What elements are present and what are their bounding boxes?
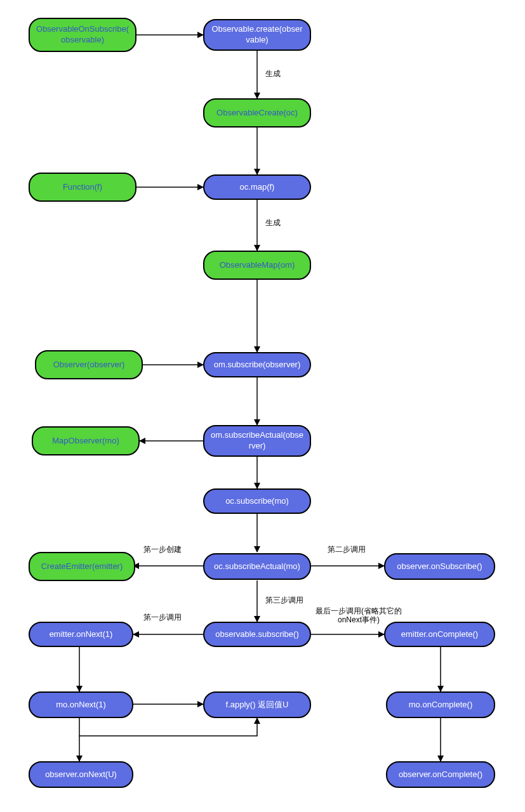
node-label: observer.onNext(U) [45, 769, 117, 780]
node-label: CreateEmitter(emitter) [41, 561, 123, 572]
node-om-subscribe: om.subscribe(observer) [203, 352, 311, 377]
node-label: observer.onComplete() [399, 769, 482, 780]
node-label: ObservableCreate(oc) [216, 108, 298, 119]
node-observable-on-subscribe: ObservableOnSubscribe(observable) [29, 18, 136, 52]
node-label: Function(f) [63, 182, 102, 193]
node-label: oc.map(f) [240, 182, 275, 193]
edge-label-generate-2: 生成 [265, 218, 281, 228]
node-observer-on-subscribe: observer.onSubscribe() [384, 553, 495, 580]
node-emitter-on-next: emitter.onNext(1) [29, 622, 133, 647]
node-emitter-on-complete: emitter.onComplete() [384, 622, 495, 647]
node-label: ObservableOnSubscribe(observable) [36, 24, 129, 46]
edge-label-step1-create: 第一步创建 [143, 544, 182, 555]
node-label: MapObserver(mo) [52, 436, 119, 447]
node-label: Observable.create(observable) [211, 24, 303, 46]
node-function: Function(f) [29, 173, 136, 202]
node-label: observer.onSubscribe() [397, 561, 482, 572]
node-observable-create-fn: Observable.create(observable) [203, 19, 311, 51]
node-mo-on-next: mo.onNext(1) [29, 691, 133, 718]
edge-label-step1-call: 第一步调用 [143, 612, 182, 623]
node-observable-map: ObservableMap(om) [203, 251, 311, 280]
node-oc-subscribe: oc.subscribe(mo) [203, 488, 311, 514]
node-label: emitter.onComplete() [401, 629, 478, 640]
node-f-apply: f.apply() 返回值U [203, 691, 311, 718]
node-map-observer: MapObserver(mo) [32, 426, 140, 455]
node-label: emitter.onNext(1) [50, 629, 113, 640]
node-observable-create: ObservableCreate(oc) [203, 98, 311, 128]
node-create-emitter: CreateEmitter(emitter) [29, 552, 135, 581]
node-label: om.subscribeActual(observer) [211, 430, 303, 452]
node-label: oc.subscribeActual(mo) [214, 561, 300, 572]
node-label: Observer(observer) [53, 360, 125, 370]
edge-label-generate-1: 生成 [265, 69, 281, 79]
node-label: mo.onComplete() [409, 700, 472, 710]
node-label: ObservableMap(om) [220, 260, 295, 271]
node-oc-map: oc.map(f) [203, 174, 311, 200]
node-observable-subscribe: observable.subscribe() [203, 622, 311, 647]
node-observer-on-complete: observer.onComplete() [386, 761, 495, 788]
node-label: f.apply() 返回值U [226, 700, 289, 710]
edge-label-last-call: 最后一步调用(省略其它的onNext事件) [311, 606, 406, 625]
node-oc-subscribe-actual: oc.subscribeActual(mo) [203, 553, 311, 580]
node-label: mo.onNext(1) [56, 700, 106, 710]
node-observer: Observer(observer) [35, 350, 143, 379]
node-observer-on-next: observer.onNext(U) [29, 761, 133, 788]
node-label: om.subscribe(observer) [214, 360, 301, 370]
node-label: oc.subscribe(mo) [225, 496, 289, 507]
edge-label-step2-call: 第二步调用 [328, 544, 366, 555]
edge-label-step3-call: 第三步调用 [265, 595, 303, 606]
node-om-subscribe-actual: om.subscribeActual(observer) [203, 425, 311, 457]
node-label: observable.subscribe() [215, 629, 299, 640]
node-mo-on-complete: mo.onComplete() [386, 691, 495, 718]
